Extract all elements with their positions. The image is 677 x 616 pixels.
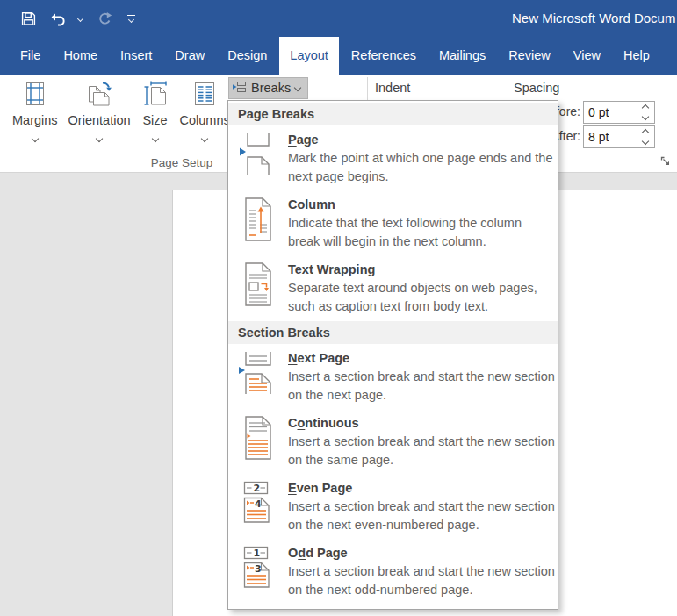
tab-layout[interactable]: Layout (279, 37, 339, 75)
spin-up-icon[interactable] (642, 129, 649, 136)
continuous-break-icon (228, 414, 288, 469)
text-wrapping-break-icon (228, 261, 288, 316)
menu-item-title: Even Page (288, 479, 556, 497)
spacing-before-value: 0 pt (588, 105, 609, 119)
spacing-before-input[interactable]: 0 pt (583, 101, 655, 124)
tab-references[interactable]: References (341, 37, 427, 75)
spacing-label: Spacing (514, 81, 559, 95)
menu-item-description: Insert a section break and start the new… (288, 562, 556, 599)
redo-icon (97, 11, 112, 26)
undo-icon[interactable] (51, 11, 83, 26)
breaks-button[interactable]: Breaks (228, 77, 308, 99)
menu-item-even-page[interactable]: 24Even PageInsert a section break and st… (228, 475, 558, 540)
tab-view[interactable]: View (563, 37, 611, 75)
menu-item-column[interactable]: ColumnIndicate that the text following t… (228, 191, 558, 256)
breaks-menu: Page BreaksPageMark the point at which o… (227, 100, 558, 610)
page-break-small-icon (233, 80, 247, 97)
menu-item-title: Continuous (288, 414, 556, 432)
menu-item-description: Insert a section break and start the new… (288, 433, 556, 469)
menu-item-description: Insert a section break and start the new… (288, 368, 556, 405)
breaks-button-label: Breaks (251, 81, 291, 96)
spacing-after-input[interactable]: 8 pt (583, 125, 655, 148)
even-page-break-icon: 24 (228, 479, 288, 534)
menu-item-description: Mark the point at which one page ends an… (288, 149, 556, 186)
menu-item-title: Column (288, 196, 556, 213)
chevron-down-icon (294, 83, 301, 90)
tab-design[interactable]: Design (217, 37, 277, 75)
save-icon[interactable] (21, 11, 36, 26)
svg-text:2: 2 (254, 483, 261, 494)
svg-text:3: 3 (255, 563, 262, 575)
menu-item-title: Next Page (288, 349, 556, 367)
menu-item-title: Page (288, 131, 556, 148)
menu-item-description: Indicate that the text following the col… (288, 214, 556, 251)
title-bar: New Microsoft Word Docum (0, 0, 677, 37)
menu-section-header-page-breaks: Page Breaks (228, 103, 558, 125)
menu-item-continuous[interactable]: ContinuousInsert a section break and sta… (228, 410, 558, 475)
spin-down-icon[interactable] (642, 113, 649, 120)
spacing-after-value: 8 pt (588, 130, 609, 144)
menu-item-text-wrapping[interactable]: Text WrappingSeparate text around object… (228, 256, 558, 321)
column-break-icon (228, 196, 288, 251)
tab-insert[interactable]: Insert (110, 37, 162, 75)
document-title: New Microsoft Word Docum (512, 0, 675, 37)
undo-dropdown-chevron-icon[interactable] (77, 15, 83, 21)
group-separator (673, 77, 673, 166)
tab-mailings[interactable]: Mailings (429, 37, 496, 75)
odd-page-break-icon: 13 (228, 544, 288, 599)
customize-quick-access-icon[interactable] (127, 15, 135, 22)
tab-help[interactable]: Help (613, 37, 660, 75)
indent-label: Indent (375, 81, 410, 95)
svg-text:4: 4 (255, 498, 262, 510)
menu-item-odd-page[interactable]: 13Odd PageInsert a section break and sta… (228, 540, 558, 605)
dialog-launcher-icon[interactable] (660, 155, 672, 167)
spin-up-icon[interactable] (642, 104, 649, 111)
menu-section-header-section-breaks: Section Breaks (228, 321, 558, 344)
menu-item-title: Odd Page (288, 544, 556, 562)
tab-file[interactable]: File (10, 37, 51, 75)
tab-bar: FileHomeInsertDrawDesignLayoutReferences… (0, 37, 677, 75)
menu-item-page[interactable]: PageMark the point at which one page end… (228, 126, 558, 191)
menu-item-description: Insert a section break and start the new… (288, 498, 556, 534)
svg-text:1: 1 (254, 548, 261, 559)
spin-down-icon[interactable] (642, 138, 649, 145)
tab-review[interactable]: Review (498, 37, 561, 75)
page-break-icon (228, 131, 288, 186)
tab-home[interactable]: Home (53, 37, 108, 75)
tab-draw[interactable]: Draw (164, 37, 215, 75)
menu-item-description: Separate text around objects on web page… (288, 279, 556, 316)
quick-access-toolbar (21, 0, 135, 37)
word-window: New Microsoft Word Docum FileHomeInsertD… (0, 0, 677, 616)
menu-item-next-page[interactable]: Next PageInsert a section break and star… (228, 345, 558, 410)
menu-item-title: Text Wrapping (288, 261, 556, 278)
next-page-break-icon (228, 349, 288, 405)
